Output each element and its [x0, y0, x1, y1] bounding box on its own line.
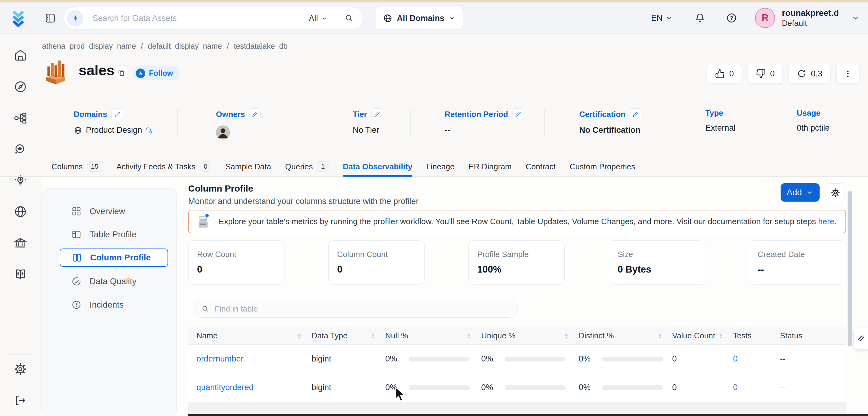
tests-link[interactable]: 0	[733, 354, 780, 363]
metadata-usage: Usage 0th pctile	[797, 108, 830, 133]
tab-queries[interactable]: Queries1	[285, 157, 329, 176]
subnav-incidents[interactable]: Incidents	[60, 296, 168, 314]
sort-icon[interactable]: ▲▼	[564, 332, 568, 339]
help-icon[interactable]: ?	[726, 12, 737, 24]
tab-activity-feeds[interactable]: Activity Feeds & Tasks0	[116, 157, 211, 176]
pencil-icon	[115, 111, 120, 117]
edit-owners-button[interactable]	[249, 108, 261, 120]
search-input[interactable]: Search for Data Assets	[93, 14, 309, 23]
column-name-link[interactable]: quantityordered	[196, 383, 312, 392]
govern-bank-icon[interactable]	[13, 236, 27, 250]
tab-data-observability[interactable]: Data Observability	[343, 157, 412, 176]
explore-compass-icon[interactable]	[13, 80, 27, 94]
pencil-icon	[374, 111, 380, 117]
subnav-data-quality[interactable]: Data Quality	[60, 272, 168, 291]
star-icon: ★	[136, 68, 145, 78]
data-flow-icon[interactable]	[13, 111, 27, 125]
divider	[410, 109, 410, 137]
null-progress-bar	[409, 385, 470, 390]
card-created-date: Created Date--	[749, 240, 845, 285]
col-header-data-type[interactable]: Data Type ▲▼	[312, 331, 385, 341]
downvote-button[interactable]: 0	[748, 64, 783, 84]
col-header-unique[interactable]: Unique % ▲▼	[481, 331, 579, 341]
subnav-table-profile[interactable]: Table Profile	[60, 225, 168, 244]
tab-er-diagram[interactable]: ER Diagram	[468, 157, 512, 176]
language-dropdown[interactable]: EN	[651, 13, 673, 23]
more-actions-button[interactable]	[836, 64, 860, 84]
chevron-down-icon[interactable]	[851, 14, 860, 22]
owner-avatar[interactable]	[216, 125, 230, 139]
unique-progress-bar	[505, 385, 565, 390]
user-avatar[interactable]: R	[755, 8, 775, 28]
observability-lens-icon[interactable]	[13, 142, 27, 157]
thumbs-up-icon	[715, 69, 725, 78]
sort-icon[interactable]: ▲▼	[658, 332, 662, 339]
copy-name-button[interactable]	[115, 65, 128, 80]
search-scope-dropdown[interactable]: All	[309, 14, 328, 23]
table-row: ordernumber bigint 0% 0% 0% 0 0 --	[188, 345, 846, 373]
col-header-null[interactable]: Null % ▲▼	[385, 331, 481, 341]
global-search-bar[interactable]: Search for Data Assets All	[64, 7, 363, 30]
settings-gear-icon[interactable]	[13, 362, 27, 376]
upvote-button[interactable]: 0	[707, 64, 742, 84]
breadcrumb-schema[interactable]: testdatalake_db	[234, 42, 288, 51]
copy-icon	[117, 69, 125, 77]
summary-cards: Row Count0 Column Count0 Profile Sample1…	[188, 240, 846, 285]
follow-button[interactable]: ★ Follow	[133, 66, 180, 81]
subnav-overview[interactable]: Overview	[60, 202, 168, 221]
col-header-distinct[interactable]: Distinct % ▲▼	[579, 331, 672, 341]
home-icon[interactable]	[13, 48, 27, 62]
edit-retention-button[interactable]	[512, 108, 524, 120]
sort-icon[interactable]: ▲▼	[467, 332, 471, 339]
column-name-link[interactable]: ordernumber	[196, 354, 312, 363]
vertical-scrollbar[interactable]	[847, 191, 852, 346]
notifications-bell-icon[interactable]	[694, 12, 706, 24]
sort-icon[interactable]: ▲▼	[297, 332, 301, 339]
find-in-table-input[interactable]: Find in table	[194, 300, 518, 318]
profile-sub-nav: Overview Table Profile Column Profile Da…	[41, 188, 177, 416]
docs-link[interactable]: here.	[818, 217, 836, 226]
entity-header-area: athena_prod_display_name / default_displ…	[41, 34, 868, 177]
sidebar-toggle-icon[interactable]	[44, 11, 56, 24]
logout-icon[interactable]	[13, 393, 27, 408]
tab-columns[interactable]: Columns15	[52, 157, 102, 176]
tab-sample-data[interactable]: Sample Data	[225, 157, 271, 176]
add-button[interactable]: Add	[781, 183, 819, 202]
sort-icon[interactable]: ▲▼	[371, 332, 375, 339]
edit-domains-button[interactable]	[112, 108, 123, 120]
panel-expand-handle[interactable]	[854, 328, 868, 350]
subnav-column-profile[interactable]: Column Profile	[60, 249, 168, 267]
profiler-settings-button[interactable]	[826, 183, 845, 202]
tab-contract[interactable]: Contract	[526, 157, 556, 176]
user-menu[interactable]: rounakpreet.d Default	[782, 8, 839, 28]
col-header-value-count[interactable]: Value Count ▲▼	[672, 331, 733, 341]
domains-globe-icon[interactable]	[13, 205, 27, 219]
ai-sparkle-icon[interactable]	[67, 10, 84, 27]
col-header-name[interactable]: Name ▲▼	[196, 331, 312, 341]
chevron-down-icon	[321, 15, 328, 22]
header-right-cluster: EN ? R rounakpreet.d Default	[651, 2, 860, 33]
breadcrumb-database[interactable]: default_display_name	[148, 42, 222, 51]
glossary-book-icon[interactable]	[13, 267, 27, 281]
entity-tab-bar: Columns15 Activity Feeds & Tasks0 Sample…	[0, 157, 868, 177]
search-icon[interactable]	[344, 14, 353, 23]
edit-certification-button[interactable]	[630, 108, 642, 120]
columns-icon	[72, 252, 82, 263]
breadcrumb-separator: /	[227, 42, 229, 51]
version-button[interactable]: 0.3	[788, 64, 831, 84]
domain-link[interactable]: Product Design	[86, 125, 142, 135]
tab-custom-properties[interactable]: Custom Properties	[569, 157, 635, 176]
col-header-tests: Tests	[733, 331, 780, 341]
edit-tier-button[interactable]	[371, 108, 383, 120]
breadcrumb-service[interactable]: athena_prod_display_name	[42, 42, 136, 51]
card-profile-sample: Profile Sample100%	[468, 240, 565, 285]
global-header: Search for Data Assets All All Domains E…	[0, 2, 868, 34]
tab-lineage[interactable]: Lineage	[426, 157, 455, 176]
domains-filter-dropdown[interactable]: All Domains	[375, 7, 463, 30]
null-progress-bar	[409, 357, 470, 361]
tests-link[interactable]: 0	[733, 383, 780, 392]
app-logo-icon[interactable]	[11, 8, 30, 28]
sort-icon[interactable]: ▲▼	[719, 332, 723, 339]
divider	[336, 12, 336, 24]
pencil-icon	[515, 111, 521, 117]
